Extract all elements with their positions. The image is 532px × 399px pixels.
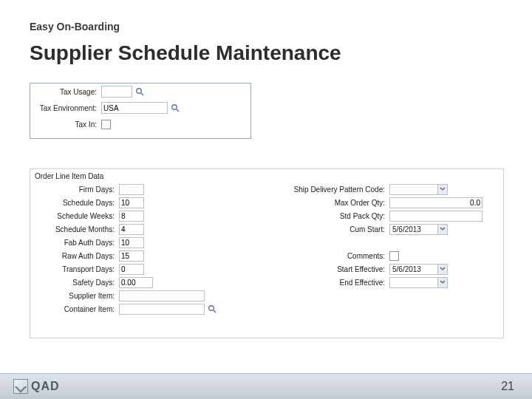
tax-usage-row: Tax Usage: [30,83,250,100]
cum-start-label: Cum Start: [282,225,389,233]
chevron-down-icon [437,278,447,287]
start-effective-dropdown[interactable]: 5/6/2013 [389,264,448,275]
svg-line-1 [141,93,143,95]
transport-days-input[interactable] [119,264,144,275]
firm-days-label: Firm Days: [35,185,119,194]
page-title: Supplier Schedule Maintenance [30,41,341,65]
safety-days-input[interactable] [119,277,153,288]
schedule-weeks-label: Schedule Weeks: [35,212,119,220]
lookup-icon[interactable] [171,103,180,112]
std-pack-qty-label: Std Pack Qty: [282,212,389,220]
ship-pattern-label: Ship Delivery Pattern Code: [282,185,389,194]
tax-in-row: Tax In: [30,116,250,132]
raw-auth-days-input[interactable] [119,250,144,262]
tax-usage-label: Tax Usage: [30,88,101,96]
std-pack-qty-input[interactable] [389,211,482,222]
raw-auth-days-label: Raw Auth Days: [35,252,119,260]
svg-point-2 [172,105,177,110]
footer-bar: QAD 21 [0,373,532,399]
start-effective-value: 5/6/2013 [390,265,437,273]
comments-checkbox[interactable] [389,251,399,261]
schedule-days-input[interactable] [119,197,144,208]
order-panel-heading: Order Line Item Data [35,172,103,180]
cum-start-dropdown[interactable]: 5/6/2013 [389,224,448,235]
supplier-item-input[interactable] [119,290,205,301]
schedule-weeks-input[interactable] [119,211,144,222]
schedule-days-label: Schedule Days: [35,199,119,207]
chevron-down-icon [437,225,447,234]
svg-line-5 [214,310,216,313]
end-effective-label: End Effective: [282,279,389,287]
end-effective-dropdown[interactable] [389,277,448,288]
svg-point-0 [137,89,142,94]
qad-logo-mark [13,379,28,394]
lookup-icon[interactable] [208,304,216,313]
safety-days-label: Safety Days: [35,279,119,287]
qad-logo-text: QAD [31,380,60,393]
fab-auth-days-input[interactable] [119,237,144,248]
cum-start-value: 5/6/2013 [390,225,437,233]
ship-pattern-dropdown[interactable] [389,184,448,195]
qad-logo: QAD [13,379,60,394]
tax-env-row: Tax Environment: [30,100,250,116]
start-effective-label: Start Effective: [282,265,389,273]
tax-in-checkbox[interactable] [101,120,111,129]
container-item-label: Container Item: [35,305,119,313]
page-number: 21 [501,380,514,393]
svg-line-3 [177,109,179,112]
chevron-down-icon [437,185,447,194]
order-line-item-panel: Order Line Item Data Firm Days: Schedule… [30,168,504,338]
max-order-qty-label: Max Order Qty: [282,199,389,207]
lookup-icon[interactable] [135,87,144,96]
svg-point-4 [209,306,214,311]
schedule-months-input[interactable] [119,224,144,235]
chevron-down-icon [437,265,447,274]
fab-auth-days-label: Fab Auth Days: [35,239,119,247]
eyebrow: Easy On-Boarding [30,21,120,33]
schedule-months-label: Schedule Months: [35,225,119,233]
transport-days-label: Transport Days: [35,265,119,273]
tax-usage-input[interactable] [101,86,132,98]
tax-env-label: Tax Environment: [30,104,101,112]
tax-panel: Tax Usage: Tax Environment: Tax In: [30,83,251,139]
comments-label: Comments: [282,252,389,260]
firm-days-input[interactable] [119,184,144,195]
tax-in-label: Tax In: [30,120,101,129]
max-order-qty-input[interactable] [389,197,482,208]
container-item-input[interactable] [119,304,205,315]
supplier-item-label: Supplier Item: [35,292,119,300]
tax-env-input[interactable] [101,102,168,114]
